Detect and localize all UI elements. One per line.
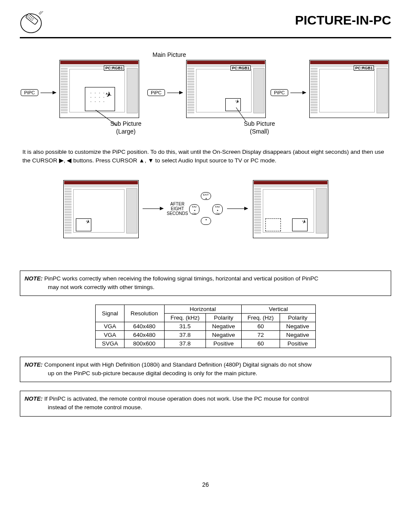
arrow-icon [143,208,163,209]
pipc-button: PiPC [21,89,38,96]
screen-after: ✈ [253,180,328,238]
sub-picture-small: ✈ [225,98,241,111]
table-row: SVGA 800x600 37.8 Positive 60 Positive [96,339,315,348]
sub-picture-large: ✈ [85,87,115,111]
col-v-freq: Freq. (Hz) [241,314,280,322]
table-row: VGA 640x480 31.5 Negative 60 Negative [96,322,315,331]
instruction-paragraph: It is also possible to customize the PiP… [22,148,389,165]
sub-large-label: Sub Picture (Large) [110,120,141,135]
cursor-dpad: EXIT ▴ FAV ◂ CH FAV ▸ CH ▾ [189,192,223,226]
pipc-sequence-diagram: Main Picture PiPC PC:RGB1 ✈ Sub Picture … [20,51,391,137]
col-v-pol: Polarity [280,314,315,322]
sub-new-position: ✈ [292,218,308,231]
source-badge: PC:RGB1 [354,65,374,71]
sub-old-position [265,218,281,231]
arrow-icon [40,93,56,93]
screen-no-sub: PC:RGB1 [309,60,389,118]
sub-small-label: Sub Picture (Small) [244,120,275,135]
page-number: 26 [20,481,391,488]
col-h-freq: Freq. (kHz) [164,314,206,322]
page-title: PICTURE-IN-PC [295,13,391,28]
table-row: VGA 640x480 37.8 Negative 72 Negative [96,331,315,339]
screen-with-large-sub: PC:RGB1 ✈ [59,60,139,118]
table-header-row: Signal Resolution Horizontal Vertical [96,305,315,314]
arrow-icon [167,93,183,93]
note-box-2: NOTE: Component input with High Definiti… [20,357,391,382]
dpad-right: FAV ▸ CH [212,204,223,215]
col-h-pol: Polarity [206,314,241,322]
screen-before: ✈ [63,180,139,238]
pipc-button: PiPC [271,89,288,96]
dpad-up: EXIT ▴ [201,192,211,200]
after-eight-seconds-label: AFTER EIGHT SECONDS [167,202,188,216]
note-label: NOTE: [25,275,43,282]
page-header: PICTURE-IN-PC [20,10,391,38]
pipc-move-diagram: ✈ AFTER EIGHT SECONDS EXIT ▴ FAV ◂ CH FA… [63,176,348,262]
note-text: If PinPC is activated, the remote contro… [44,395,309,402]
col-vertical: Vertical [241,305,315,314]
screen-with-small-sub: PC:RGB1 ✈ [186,60,266,118]
dpad-down: ▾ [201,217,211,225]
col-resolution: Resolution [124,305,164,322]
col-horizontal: Horizontal [164,305,241,314]
remote-icon [20,10,44,34]
note-box-3: NOTE: If PinPC is activated, the remote … [20,391,391,416]
signal-timing-table: Signal Resolution Horizontal Vertical Fr… [95,305,315,348]
note-text: Component input with High Definition (10… [44,361,312,368]
note-box-1: NOTE: PinPC works correctly when receivi… [20,271,391,296]
note-label: NOTE: [25,361,43,368]
pipc-button: PiPC [147,89,165,96]
dpad-left: FAV ◂ CH [189,204,199,215]
note-label: NOTE: [25,395,43,402]
arrow-icon [290,93,306,93]
source-badge: PC:RGB1 [104,65,124,71]
main-picture-label: Main Picture [153,51,186,58]
col-signal: Signal [96,305,125,322]
note-text: PinPC works correctly when receiving the… [44,275,318,282]
source-badge: PC:RGB1 [230,65,251,71]
arrow-icon [227,208,248,209]
